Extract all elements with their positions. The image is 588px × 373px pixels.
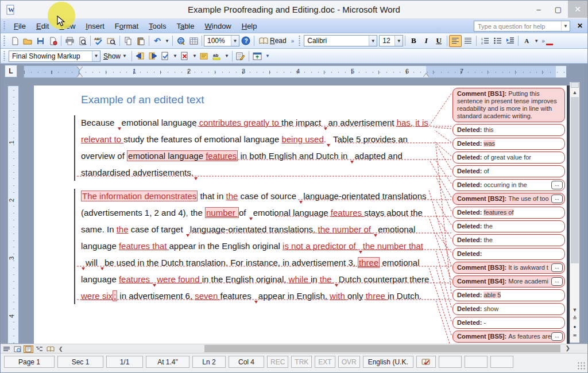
close-button[interactable]: ✕ — [568, 1, 587, 18]
font-color-button[interactable]: A — [520, 35, 533, 47]
balloon-more-button[interactable]: ... — [551, 332, 563, 341]
vertical-ruler[interactable]: 1234 — [7, 86, 19, 344]
deleted-balloon[interactable]: Deleted: — [452, 248, 565, 260]
track-changes-button[interactable] — [234, 50, 247, 62]
comment-balloon[interactable]: Comment [BS3]: It is awkward t... — [452, 262, 565, 274]
print-preview-button[interactable] — [76, 35, 88, 47]
vertical-scroll-thumb[interactable] — [571, 97, 579, 263]
previous-change-button[interactable] — [134, 50, 146, 62]
font-size-combobox[interactable]: 12 ▼ — [379, 35, 403, 46]
spelling-grammar-button[interactable]: ABC — [92, 35, 105, 47]
menubar-close-icon[interactable]: ✕ — [577, 22, 583, 30]
justify-button[interactable] — [462, 35, 474, 47]
status-trk-toggle[interactable]: TRK — [291, 356, 312, 368]
maximize-button[interactable]: ▢ — [548, 1, 568, 18]
print-layout-view-button[interactable] — [24, 345, 33, 353]
balloon-more-button[interactable]: ... — [551, 263, 563, 272]
menu-item-table[interactable]: Table — [171, 21, 199, 32]
highlight-button[interactable]: ab — [211, 50, 223, 62]
scroll-down-icon[interactable]: ▼ — [570, 307, 579, 313]
menu-item-help[interactable]: Help — [237, 21, 262, 32]
chevron-down-icon[interactable]: ▼ — [369, 36, 377, 46]
insert-hyperlink-button[interactable] — [175, 35, 187, 47]
tab-selector[interactable]: L — [5, 65, 17, 77]
toolbar-options-icon[interactable]: » — [289, 38, 296, 44]
horizontal-ruler[interactable]: 1234567 — [24, 65, 567, 78]
chevron-down-icon[interactable]: ▼ — [561, 21, 570, 31]
permission-button[interactable] — [47, 35, 59, 47]
resize-grip[interactable] — [577, 362, 585, 370]
select-browse-object-button[interactable]: ● — [570, 324, 579, 329]
deleted-balloon[interactable]: Deleted: features of — [452, 207, 565, 219]
next-page-button[interactable]: ≖ — [570, 332, 579, 338]
scroll-up-icon[interactable]: ▲ — [570, 90, 579, 95]
numbering-button[interactable]: 12 — [478, 35, 491, 47]
deleted-balloon[interactable]: Deleted: of — [452, 165, 565, 177]
balloon-more-button[interactable]: ... — [551, 181, 563, 189]
menu-item-format[interactable]: Format — [110, 21, 144, 32]
deleted-balloon[interactable]: Deleted: - — [452, 317, 565, 329]
display-for-review-combobox[interactable]: Final Showing Markup ▼ — [9, 50, 100, 62]
menu-item-tools[interactable]: Tools — [144, 21, 171, 32]
deleted-balloon[interactable]: Deleted: the — [452, 234, 565, 246]
first-line-indent-marker[interactable] — [77, 66, 83, 70]
comment-balloon[interactable]: Comment [BS2]: The use of too... — [452, 193, 565, 205]
undo-button[interactable]: ↶ — [151, 35, 164, 47]
comment-balloon[interactable]: Comment [BS1]: Putting this sentence in … — [452, 88, 565, 122]
font-color-dropdown-icon[interactable]: ▼ — [533, 35, 540, 47]
deleted-balloon[interactable]: Deleted: able 5 — [452, 289, 565, 301]
deleted-balloon[interactable]: Deleted: show — [452, 303, 565, 315]
next-change-button[interactable] — [146, 50, 159, 62]
accept-change-button[interactable] — [159, 50, 172, 62]
split-handle[interactable] — [571, 82, 579, 88]
italic-button[interactable]: I — [420, 35, 432, 47]
comment-balloon[interactable]: Comment [BS5]: As features are... — [452, 331, 565, 343]
document-page[interactable]: Example of an edited text Because emotio… — [34, 86, 567, 344]
menu-item-file[interactable]: File — [9, 21, 31, 32]
deleted-balloon[interactable]: Deleted: was — [452, 138, 565, 150]
reject-change-button[interactable] — [179, 50, 191, 62]
menu-item-window[interactable]: Window — [200, 21, 237, 32]
horizontal-scroll-thumb[interactable] — [204, 345, 560, 352]
right-indent-marker[interactable] — [423, 73, 429, 77]
insert-table-button[interactable] — [187, 35, 200, 47]
insert-comment-button[interactable] — [198, 50, 211, 62]
horizontal-scrollbar[interactable]: ❮ ❯ — [1, 344, 587, 353]
help-question-input[interactable]: Type a question for help ▼ — [474, 21, 570, 32]
reading-layout-view-button[interactable] — [45, 345, 55, 353]
document-body[interactable]: Because emotional language contributes g… — [81, 114, 431, 311]
increase-indent-button[interactable] — [504, 35, 516, 47]
previous-page-button[interactable]: ≛ — [570, 315, 579, 321]
deleted-balloon[interactable]: Deleted: this — [452, 124, 565, 136]
spelling-status-icon[interactable] — [416, 356, 436, 368]
open-folder-button[interactable] — [21, 35, 34, 47]
chevron-down-icon[interactable]: ▼ — [92, 51, 100, 61]
zoom-combobox[interactable]: 100% ▼ — [204, 35, 239, 46]
chevron-down-icon[interactable]: ▼ — [394, 36, 403, 46]
vertical-scrollbar[interactable]: ▲ ▼ ≛ ● ≖ — [570, 82, 579, 343]
scroll-left-icon[interactable]: ❮ — [59, 346, 63, 352]
save-button[interactable] — [34, 35, 47, 47]
underline-button[interactable]: U — [432, 35, 445, 47]
research-button[interactable] — [105, 35, 118, 47]
deleted-balloon[interactable]: Deleted: of great value for — [452, 151, 565, 164]
chevron-down-icon[interactable]: ▼ — [231, 36, 239, 46]
status-rec-toggle[interactable]: REC — [267, 356, 288, 368]
hanging-indent-marker[interactable] — [77, 73, 83, 77]
scroll-right-icon[interactable]: ❯ — [566, 345, 570, 351]
normal-view-button[interactable] — [2, 345, 11, 353]
toolbar-options-icon[interactable]: ▼ — [264, 53, 272, 59]
toolbar-grip[interactable] — [298, 36, 301, 46]
help-button[interactable]: ? — [239, 35, 252, 47]
toolbar-grip[interactable] — [3, 51, 6, 61]
outline-view-button[interactable] — [34, 345, 44, 353]
toolbar-grip[interactable] — [3, 36, 6, 46]
reject-dropdown-icon[interactable]: ▼ — [191, 50, 198, 62]
web-layout-view-button[interactable] — [13, 345, 22, 353]
toolbar-grip[interactable] — [3, 21, 6, 31]
menu-item-insert[interactable]: Insert — [80, 21, 110, 32]
comment-balloon[interactable]: Comment [BS4]: More academi... — [452, 275, 565, 287]
minimize-button[interactable]: – — [529, 1, 548, 18]
align-left-button[interactable] — [449, 35, 462, 47]
font-name-combobox[interactable]: Calibri ▼ — [304, 35, 377, 46]
